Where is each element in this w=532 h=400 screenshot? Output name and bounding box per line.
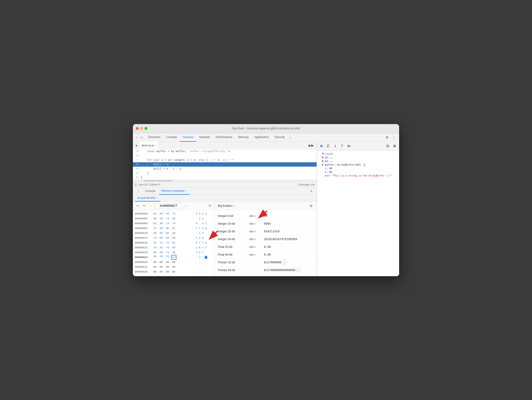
hex-row-3: 0000000C 72 69 6E 67 r <box>133 226 215 231</box>
code-line-18: 18 b1[i] = i; <box>133 162 317 167</box>
tab-console[interactable]: Console <box>163 133 180 142</box>
values-row-float32: Float 32-bit dec▾ 0.00 <box>215 243 317 251</box>
hex-row-8: 00000020 66 65 72 20 f <box>133 250 215 255</box>
cursor-icon[interactable]: ↖ <box>135 135 139 139</box>
source-run-icon[interactable]: ▶ <box>135 143 139 147</box>
code-line-16: 16 <box>133 154 317 158</box>
svg-rect-14 <box>395 145 395 147</box>
debug-toolbar <box>317 142 399 151</box>
hex-ascii-0: T h i s <box>193 212 213 215</box>
ptr64-link-btn[interactable]: → <box>296 268 301 272</box>
collapse-icon[interactable] <box>322 153 324 155</box>
bottom-tabs-bar: ⋮ Console Memory Inspector × × <box>133 188 317 195</box>
svg-line-12 <box>387 145 388 147</box>
tab-network[interactable]: Network <box>196 133 213 142</box>
selected-byte[interactable]: 27 <box>171 255 176 260</box>
hex-row-10: 00000028 00 00 00 00 . <box>133 260 215 265</box>
tab-elements[interactable]: Elements <box>145 133 163 142</box>
tab-sources[interactable]: Sources <box>180 133 196 142</box>
maximize-button[interactable] <box>144 127 147 130</box>
hex-address-input[interactable] <box>155 203 182 208</box>
values-row-ptr64: Pointer 64-bit 0x2700000000000000 → <box>215 267 317 274</box>
step-btn[interactable] <box>346 143 351 149</box>
hex-refresh-btn[interactable]: ↻ <box>207 203 213 208</box>
hex-forward-btn[interactable]: ↻ <box>142 203 147 208</box>
memory-inspector-body: ArrayBuffer(60) × ↩ ↻ ‹ <box>133 195 317 276</box>
hex-prev-btn[interactable]: ‹ <box>148 203 154 208</box>
hex-row-11: 0000002C 00 00 00 00 . <box>133 265 215 269</box>
code-line-15: 15 const buffer = b1.buffer; buffer = Ar… <box>133 149 317 154</box>
arraybuffer-tab[interactable]: ArrayBuffer(60) × <box>135 195 160 201</box>
endian-selector[interactable]: Big Endian ▾ <box>218 204 234 207</box>
scrollbar-thumb[interactable] <box>144 180 173 181</box>
endian-dropdown-arrow: ▾ <box>233 205 234 207</box>
step-over-btn[interactable] <box>326 143 331 149</box>
more-options-icon[interactable]: ⋮ <box>390 134 397 141</box>
values-settings-icon[interactable]: ⚙ <box>308 203 314 208</box>
settings-icon[interactable]: ⚙ <box>384 134 390 141</box>
values-row-ptr32: Pointer 32-bit 0x27000000 → <box>215 259 317 267</box>
endian-label: Big Endian <box>218 204 232 207</box>
device-icon[interactable]: ◯ <box>140 135 144 139</box>
values-row-int16: Integer 16-bit dec▾ 9984 <box>215 220 317 228</box>
memory-inspector-close-btn[interactable]: × <box>186 190 187 192</box>
arraybuffer-tab-close[interactable]: × <box>156 197 158 199</box>
arraybuffer-tab-label: ArrayBuffer(60) <box>137 196 155 199</box>
tab-application[interactable]: Application <box>251 133 272 142</box>
resume-btn[interactable] <box>319 143 324 149</box>
svg-marker-8 <box>341 144 343 145</box>
source-header: ▶ demo-js.js × ▶▶ <box>133 142 317 149</box>
hex-row-12: 00000030 00 00 00 00 . <box>133 269 215 274</box>
right-panel: Local b1: … b2: … <box>317 142 399 276</box>
tab-memory[interactable]: Memory <box>235 133 251 142</box>
step-into-btn[interactable] <box>333 143 338 149</box>
coverage-status: Coverage: n/a <box>298 183 315 186</box>
main-content: ▶ demo-js.js × ▶▶ 15 const buffer = b1.b… <box>133 142 399 276</box>
step-out-btn[interactable] <box>339 143 345 149</box>
hex-row-9: 00000024 3A 29 21 27 : <box>133 255 215 260</box>
more-tabs-button[interactable]: » <box>288 133 292 142</box>
scope-i: i: 40 <box>319 167 397 170</box>
scope-n: n: 60 <box>319 170 397 174</box>
values-row-int32: Integer 32-bit dec▾ 654311424 <box>215 228 317 236</box>
svg-marker-2 <box>328 144 329 146</box>
source-file-tab[interactable]: demo-js.js × <box>140 142 158 149</box>
devtools-tabs-bar: ↖ ◯ Elements Console Sources Network Per… <box>133 133 399 142</box>
tab-performance[interactable]: Performance <box>213 133 235 142</box>
values-panel: Big Endian ▾ ⚙ Integer 8-bit <box>215 202 317 276</box>
tab-icons: ↖ ◯ <box>135 135 144 139</box>
source-close-btn[interactable]: × <box>155 144 156 147</box>
bottom-panel: ⋮ Console Memory Inspector × × <box>133 187 317 276</box>
source-run-btn[interactable]: ▶▶ <box>308 142 315 149</box>
ptr32-link-btn[interactable]: → <box>282 260 287 265</box>
tab-console-bottom[interactable]: Console <box>143 187 158 195</box>
memory-tabs-bar: ArrayBuffer(60) × <box>133 195 317 202</box>
hex-back-btn[interactable]: ↩ <box>135 203 140 208</box>
bottom-panel-more-icon[interactable]: ⋮ <box>135 188 142 194</box>
code-view: 15 const buffer = b1.buffer; buffer = Ar… <box>133 149 317 180</box>
tab-memory-inspector[interactable]: Memory Inspector × <box>159 187 190 195</box>
hex-panel: ↩ ↻ ‹ › ↻ 000000 <box>133 202 215 276</box>
close-button[interactable] <box>136 127 139 130</box>
horizontal-scrollbar[interactable] <box>133 180 317 182</box>
titlebar: DevTools - memory-inspector.glitch.me/de… <box>133 124 399 133</box>
hex-row-2: 00000008 61 20 73 74 a <box>133 221 215 226</box>
scope-buffer[interactable]: buffer: ArrayBuffer(60) 📋 <box>319 163 397 167</box>
values-toolbar: Big Endian ▾ ⚙ <box>215 202 317 210</box>
values-row-int64: Integer 64-bit dec▾ 2810246167479189504 <box>215 236 317 243</box>
svg-marker-6 <box>334 146 336 147</box>
pause-btn[interactable] <box>392 143 397 149</box>
hex-next-btn[interactable]: › <box>183 203 189 208</box>
minimize-button[interactable] <box>140 127 143 130</box>
scope-b1[interactable]: b1: … <box>319 156 397 159</box>
hex-row-0: 00000000 54 68 69 73 T <box>133 211 215 216</box>
deactivate-btn[interactable] <box>385 143 390 149</box>
expand-b1-icon <box>322 156 324 159</box>
expand-buffer-icon <box>322 163 324 166</box>
bottom-panel-close-icon[interactable]: × <box>308 188 315 194</box>
cursor-position: Line 18, Column 5 <box>138 183 160 186</box>
code-line-21: 21 } <box>133 175 317 180</box>
tab-security[interactable]: Security <box>272 133 288 142</box>
scope-b2[interactable]: b2: … <box>319 159 397 163</box>
code-line-20: 20 } <box>133 171 317 175</box>
